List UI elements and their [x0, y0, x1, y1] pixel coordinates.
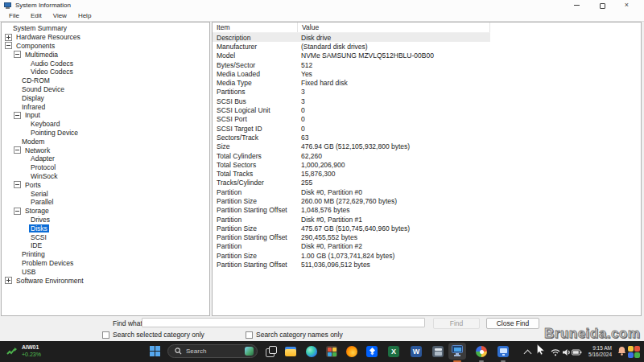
list-row[interactable]: DescriptionDisk drive [213, 33, 490, 42]
media-player-icon[interactable] [497, 345, 510, 358]
tree-item-scsi[interactable]: SCSI [2, 232, 209, 241]
list-row[interactable]: Partition Size475.67 GB (510,745,640,960… [213, 224, 490, 232]
list-row[interactable]: Partitions3 [213, 88, 490, 97]
menu-edit[interactable]: Edit [25, 12, 47, 19]
list-row[interactable]: Partition Size260.00 MB (272,629,760 byt… [213, 196, 490, 205]
tree-item-adapter[interactable]: Adapter [2, 154, 209, 163]
menu-help[interactable]: Help [72, 12, 97, 19]
stocks-widget[interactable]: AIW01 +0.23% [6, 344, 41, 358]
task-view-icon[interactable] [264, 345, 277, 358]
tree-item-system-summary[interactable]: System Summary [2, 24, 209, 33]
find-input[interactable] [142, 318, 425, 327]
list-row[interactable]: Sectors/Track63 [213, 133, 490, 142]
collapse-icon[interactable] [14, 181, 21, 188]
edge-icon[interactable] [305, 345, 318, 358]
word-icon[interactable]: W [410, 345, 423, 358]
collapse-icon[interactable] [5, 42, 12, 49]
collapse-icon[interactable] [14, 51, 21, 58]
list-row[interactable]: Partition Starting Offset511,036,096,512… [213, 260, 490, 269]
photos-icon[interactable] [325, 345, 338, 358]
category-tree[interactable]: System SummaryHardware ResourcesComponen… [1, 22, 210, 316]
tree-item-components[interactable]: Components [2, 42, 209, 51]
list-row[interactable]: Media LoadedYes [213, 69, 490, 78]
wifi-icon[interactable] [551, 348, 560, 356]
tree-item-storage[interactable]: Storage [2, 207, 209, 216]
tree-item-cd-rom[interactable]: CD-ROM [2, 76, 209, 85]
excel-icon[interactable]: X [387, 345, 400, 358]
menu-file[interactable]: File [3, 12, 25, 19]
search-category-names-checkbox[interactable]: Search category names only [246, 331, 343, 339]
tree-item-display[interactable]: Display [2, 93, 209, 102]
list-row[interactable]: Manufacturer(Standard disk drives) [213, 42, 490, 51]
tree-item-problem-devices[interactable]: Problem Devices [2, 259, 209, 268]
list-row[interactable]: PartitionDisk #0, Partition #1 [213, 215, 490, 224]
calculator-icon[interactable] [431, 345, 444, 358]
list-row[interactable]: Size476.94 GB (512,105,932,800 bytes) [213, 142, 490, 151]
list-row[interactable]: Partition Starting Offset290,455,552 byt… [213, 233, 490, 242]
taskbar-search[interactable]: Search [167, 344, 258, 358]
checkbox-icon[interactable] [246, 331, 253, 339]
tree-item-video-codecs[interactable]: Video Codecs [2, 68, 209, 76]
list-row[interactable]: SCSI Target ID0 [213, 124, 490, 133]
tree-item-usb[interactable]: USB [2, 267, 209, 276]
list-row[interactable]: Total Cylinders62,260 [213, 151, 490, 160]
minimize-icon[interactable] [573, 2, 580, 9]
tree-item-disks[interactable]: Disks [2, 224, 209, 232]
collapse-icon[interactable] [14, 208, 21, 215]
dropbox-icon[interactable] [365, 345, 378, 358]
list-row[interactable]: Tracks/Cylinder255 [213, 179, 490, 187]
tree-item-drives[interactable]: Drives [2, 216, 209, 224]
list-row[interactable]: SCSI Bus3 [213, 97, 490, 105]
list-row[interactable]: Partition Starting Offset1,048,576 bytes [213, 206, 490, 215]
firefox-icon[interactable] [345, 345, 358, 358]
tree-item-hardware-resources[interactable]: Hardware Resources [2, 33, 209, 42]
list-row[interactable]: Total Tracks15,876,300 [213, 169, 490, 178]
tree-item-protocol[interactable]: Protocol [2, 163, 209, 172]
detail-list[interactable]: Item Value DescriptionDisk driveManufact… [212, 22, 642, 316]
list-row[interactable]: PartitionDisk #0, Partition #2 [213, 242, 490, 251]
tree-item-software-environment[interactable]: Software Environment [2, 276, 209, 285]
tree-item-winsock[interactable]: WinSock [2, 172, 209, 181]
column-header-item[interactable]: Item [213, 23, 298, 32]
search-highlight-icon[interactable] [245, 347, 254, 356]
tree-item-parallel[interactable]: Parallel [2, 198, 209, 207]
list-row[interactable]: Total Sectors1,000,206,900 [213, 160, 490, 169]
start-button[interactable] [150, 346, 160, 356]
list-row[interactable]: PartitionDisk #0, Partition #0 [213, 187, 490, 196]
tree-item-network[interactable]: Network [2, 146, 209, 154]
tree-item-ide[interactable]: IDE [2, 241, 209, 250]
taskbar-clock[interactable]: 9:15 AM 5/16/2024 [581, 345, 612, 358]
list-row[interactable]: Media TypeFixed hard disk [213, 78, 490, 87]
column-header-value[interactable]: Value [298, 23, 490, 32]
system-information-taskbar-icon[interactable] [448, 343, 466, 360]
maximize-icon[interactable] [598, 2, 605, 9]
tree-item-sound-device[interactable]: Sound Device [2, 85, 209, 94]
tree-item-serial[interactable]: Serial [2, 189, 209, 198]
menu-view[interactable]: View [47, 12, 72, 19]
tree-item-multimedia[interactable]: Multimedia [2, 50, 209, 59]
tree-item-infrared[interactable]: Infrared [2, 102, 209, 111]
expand-icon[interactable] [5, 277, 12, 284]
collapse-icon[interactable] [14, 112, 21, 119]
list-row[interactable]: Bytes/Sector512 [213, 60, 490, 69]
checkbox-icon[interactable] [102, 331, 109, 339]
close-find-button[interactable]: Close Find [486, 318, 539, 329]
tree-item-printing[interactable]: Printing [2, 250, 209, 259]
tree-item-input[interactable]: Input [2, 111, 209, 120]
list-row[interactable]: Partition Size1.00 GB (1,073,741,824 byt… [213, 251, 490, 260]
list-row[interactable]: SCSI Logical Unit0 [213, 105, 490, 114]
tree-item-keyboard[interactable]: Keyboard [2, 120, 209, 129]
file-explorer-icon[interactable] [284, 345, 297, 358]
tree-item-modem[interactable]: Modem [2, 137, 209, 146]
tree-item-audio-codecs[interactable]: Audio Codecs [2, 59, 209, 68]
notification-bell-icon[interactable] [617, 346, 627, 356]
volume-icon[interactable] [562, 348, 572, 356]
paint-icon[interactable] [475, 345, 488, 358]
expand-icon[interactable] [5, 34, 12, 41]
tray-chevron-up-icon[interactable] [524, 350, 532, 358]
list-row[interactable]: ModelNVMe SAMSUNG MZVLQ512HBLU-00B00 [213, 51, 490, 60]
list-row[interactable]: SCSI Port0 [213, 115, 490, 124]
close-icon[interactable]: × [623, 2, 630, 9]
search-selected-category-checkbox[interactable]: Search selected category only [102, 331, 204, 339]
collapse-icon[interactable] [14, 146, 21, 154]
